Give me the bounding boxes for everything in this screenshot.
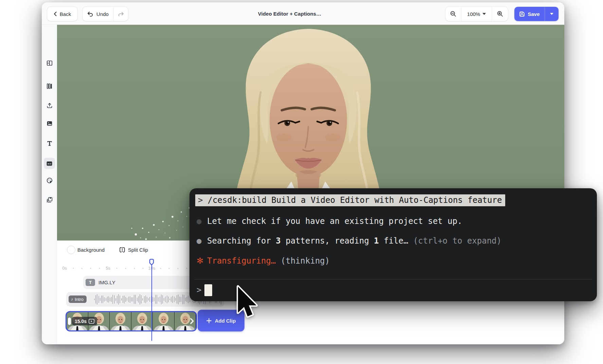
save-icon [519, 11, 525, 17]
bullet-icon: ● [197, 235, 201, 247]
zoom-in-icon [497, 11, 503, 17]
trim-handle-right[interactable] [190, 318, 194, 326]
expand-hint: (ctrl+o to expand) [413, 236, 501, 246]
thinking-status: (thinking) [281, 256, 330, 266]
chevron-down-icon [482, 13, 486, 15]
input-prompt-chevron: > [197, 284, 201, 296]
save-button[interactable]: Save [514, 7, 545, 21]
prompt-chevron: > [198, 195, 203, 205]
audio-clip-label: Intro [75, 297, 84, 302]
playhead-handle[interactable] [149, 259, 154, 266]
save-options-button[interactable] [545, 7, 559, 21]
split-clip-icon [119, 247, 125, 253]
video-thumbnail-frame [131, 312, 153, 330]
text-clip-label: IMG.LY [98, 276, 115, 289]
plus-icon [206, 318, 212, 323]
video-thumbnail-frame [110, 312, 131, 330]
undo-icon [87, 12, 94, 17]
terminal-command-line[interactable]: >/cesdk:build Build a Video Editor with … [195, 194, 505, 206]
chevron-left-icon [54, 12, 57, 16]
split-clip-button[interactable]: Split Clip [119, 245, 148, 254]
zoom-out-icon [450, 11, 456, 17]
pages-icon [46, 197, 53, 203]
video-thumbnail-frame [153, 312, 175, 330]
screenshot-stage: Back Undo Video Editor + Capt [0, 0, 603, 364]
search-text: Searching for 3 patterns, reading 1 file… [207, 235, 501, 247]
back-button[interactable]: Back [47, 7, 77, 21]
redo-button[interactable] [114, 7, 128, 21]
undo-label: Undo [96, 11, 109, 17]
terminal-thinking-line: ✻ Transfiguring… (thinking) [189, 255, 591, 267]
zoom-controls: 100% [445, 7, 508, 21]
page-title: Video Editor + Captions… [258, 2, 322, 25]
sidebar-item-stickers[interactable] [44, 175, 55, 186]
sidebar-item-text[interactable] [44, 137, 55, 149]
spinner-icon: ✻ [197, 255, 203, 267]
thinking-action: Transfiguring… [207, 256, 276, 266]
files-count: 1 [374, 236, 379, 246]
layout-template-icon [47, 60, 53, 66]
patterns-count: 3 [276, 236, 280, 246]
split-clip-label: Split Clip [128, 247, 148, 253]
captions-icon [46, 160, 53, 167]
mouse-cursor [236, 285, 259, 319]
trim-handle-left[interactable] [68, 318, 71, 325]
back-label: Back [60, 11, 71, 17]
image-icon [47, 120, 53, 127]
header-bar: Back Undo Video Editor + Capt [42, 2, 564, 25]
zoom-in-button[interactable] [492, 7, 508, 21]
save-label: Save [528, 11, 540, 17]
sidebar-item-library[interactable] [44, 80, 55, 92]
clip-duration-value: 15.0s [75, 319, 87, 324]
sidebar-item-captions[interactable] [44, 158, 55, 169]
video-thumbnail [110, 312, 131, 330]
video-track-clip[interactable]: 15.0s [66, 311, 197, 331]
bullet-icon: ● [197, 215, 201, 227]
chevron-right-icon [190, 318, 194, 324]
redo-icon [117, 12, 124, 16]
sticker-icon [47, 177, 53, 184]
video-play-icon [89, 319, 94, 324]
zoom-out-button[interactable] [445, 7, 461, 21]
video-thumbnail [153, 312, 175, 330]
terminal-divider [194, 279, 592, 280]
terminal-block-cursor [204, 284, 212, 296]
playhead-line [151, 263, 152, 341]
background-color-swatch [67, 246, 75, 254]
music-note-icon: ♪ [71, 297, 73, 302]
chevron-down-icon [550, 13, 553, 15]
background-button[interactable]: Background [67, 245, 105, 254]
ruler-tick-label: 5s [106, 266, 110, 271]
message-text: Let me check if you have an existing pro… [207, 215, 462, 227]
zoom-level-dropdown[interactable]: 100% [461, 7, 492, 21]
command-text: /cesdk:build Build a Video Editor with A… [207, 195, 502, 205]
sidebar-item-templates[interactable] [44, 57, 55, 69]
history-group: Undo [83, 7, 128, 21]
add-clip-label: Add Clip [215, 318, 236, 324]
ruler-tick-label: 0s [62, 266, 67, 271]
thinking-text: Transfiguring… (thinking) [207, 255, 330, 267]
background-label: Background [77, 247, 105, 253]
sidebar-item-pages[interactable] [44, 194, 55, 206]
clip-duration-badge: 15.0s [72, 317, 97, 325]
library-panels-icon [47, 83, 53, 89]
audio-clip-badge: ♪ Intro [69, 295, 87, 303]
terminal-search-line: ● Searching for 3 patterns, reading 1 fi… [189, 235, 591, 247]
video-thumbnail [131, 312, 153, 330]
text-icon [47, 140, 53, 146]
sidebar-item-uploads[interactable] [44, 100, 55, 111]
sidebar-item-images[interactable] [44, 118, 55, 129]
undo-button[interactable]: Undo [83, 7, 114, 21]
save-split-button: Save [514, 7, 559, 21]
terminal-panel[interactable]: >/cesdk:build Build a Video Editor with … [189, 188, 597, 301]
upload-icon [47, 102, 53, 109]
terminal-message-line: ● Let me check if you have an existing p… [189, 215, 591, 227]
text-clip-badge: T [86, 279, 95, 286]
left-sidebar [42, 25, 57, 344]
zoom-level-value: 100% [467, 11, 480, 17]
